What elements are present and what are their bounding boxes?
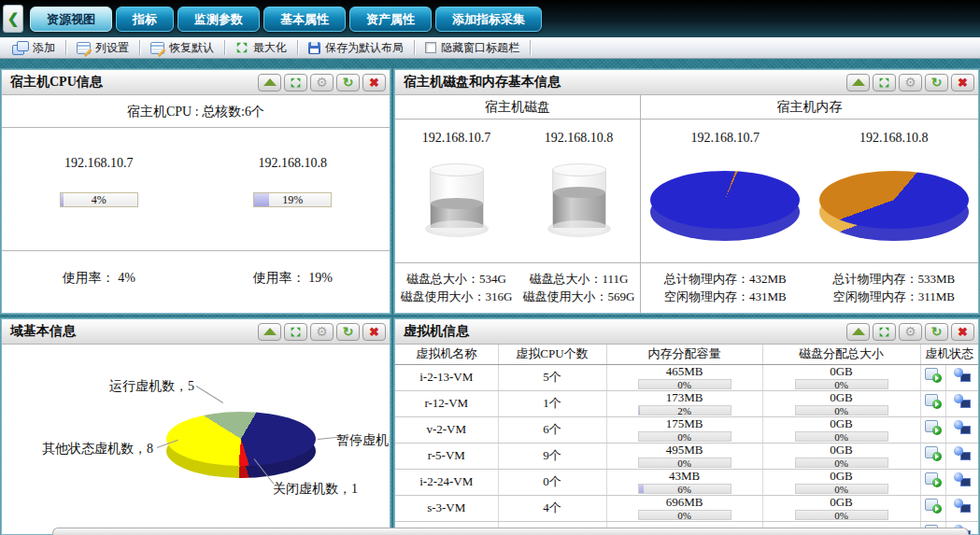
refresh-button[interactable]: ↻ bbox=[925, 323, 948, 341]
panel-title-bar: 虚拟机信息 ⚙ ↻ ✖ bbox=[395, 319, 978, 345]
restore-default-button[interactable]: 恢复默认 bbox=[142, 37, 222, 58]
vm-console-icon[interactable] bbox=[954, 472, 971, 487]
column-settings-button[interactable]: 列设置 bbox=[68, 37, 137, 58]
pie-face bbox=[650, 171, 800, 229]
refresh-button[interactable]: ↻ bbox=[336, 323, 360, 341]
vm-disk-usage-bar: 0% bbox=[795, 458, 888, 468]
bar-label: 19% bbox=[282, 193, 303, 206]
maximize-icon bbox=[290, 77, 302, 89]
toolbar-divider bbox=[139, 40, 140, 55]
close-button[interactable]: ✖ bbox=[951, 74, 974, 92]
hide-titlebar-toggle[interactable]: 隐藏窗口标题栏 bbox=[417, 37, 528, 58]
close-button[interactable]: ✖ bbox=[951, 323, 974, 341]
vm-running-status-icon[interactable] bbox=[925, 446, 942, 461]
tab-asset-props[interactable]: 资产属性 bbox=[349, 7, 432, 32]
collapse-button[interactable] bbox=[258, 74, 281, 92]
table-row[interactable]: i-2-24-VM 0个 43MB6% 0GB0% bbox=[395, 469, 978, 495]
vm-running-status-icon[interactable] bbox=[925, 420, 942, 435]
settings-button[interactable]: ⚙ bbox=[899, 323, 922, 341]
save-layout-label: 保存为默认布局 bbox=[325, 40, 404, 56]
close-icon: ✖ bbox=[958, 326, 968, 338]
vm-disk-usage-bar: 0% bbox=[795, 379, 888, 389]
disk-cylinder-gauge bbox=[425, 161, 489, 237]
vm-console-icon[interactable] bbox=[954, 420, 971, 435]
maximize-panel-button[interactable] bbox=[873, 323, 896, 341]
tab-bar: ❮ 资源视图 指标 监测参数 基本属性 资产属性 添加指标采集 bbox=[0, 0, 980, 37]
settings-button[interactable]: ⚙ bbox=[310, 74, 334, 92]
refresh-button[interactable]: ↻ bbox=[925, 74, 948, 92]
vm-console-cell bbox=[945, 416, 978, 443]
memory-free: 空闲物理内存：431MB bbox=[664, 288, 787, 305]
cylinder-top bbox=[430, 163, 484, 176]
maximize-panel-button[interactable] bbox=[284, 74, 307, 92]
add-button[interactable]: 添加 bbox=[4, 37, 64, 58]
settings-button[interactable]: ⚙ bbox=[899, 74, 922, 92]
vm-running-status-icon[interactable] bbox=[925, 368, 942, 383]
vm-name-cell: r-12-VM bbox=[395, 390, 498, 416]
table-row[interactable]: r-5-VM 9个 495MB0% 0GB0% bbox=[395, 443, 978, 469]
pie-label-running: 运行虚机数，5 bbox=[58, 378, 194, 395]
close-button[interactable]: ✖ bbox=[362, 323, 386, 341]
panel-body: 宿主机CPU : 总核数:6个 192.168.10.7 4% 192.168.… bbox=[2, 95, 390, 313]
table-row[interactable]: r-12-VM 1个 173MB2% 0GB0% bbox=[395, 390, 978, 416]
refresh-button[interactable]: ↻ bbox=[336, 74, 360, 92]
maximize-button[interactable]: 最大化 bbox=[227, 37, 295, 58]
disk-used: 磁盘使用大小：569G bbox=[523, 288, 635, 305]
vm-disk-value: 0GB bbox=[763, 391, 920, 404]
host-ip: 192.168.10.8 bbox=[259, 156, 328, 171]
tab-basic-props[interactable]: 基本属性 bbox=[263, 7, 346, 32]
maximize-panel-button[interactable] bbox=[873, 74, 896, 92]
vm-name-cell: v-2-VM bbox=[395, 416, 498, 443]
vm-name-cell: i-2-13-VM bbox=[395, 364, 498, 390]
vm-name-cell: i-2-24-VM bbox=[395, 469, 498, 495]
back-button[interactable]: ❮ bbox=[3, 5, 23, 33]
cpu-total-cores: 宿主机CPU : 总核数:6个 bbox=[2, 95, 390, 128]
close-button[interactable]: ✖ bbox=[362, 74, 386, 92]
tab-metrics[interactable]: 指标 bbox=[116, 7, 174, 32]
column-header-memory: 内存分配容量 bbox=[606, 345, 762, 364]
panel-title: 域基本信息 bbox=[10, 323, 76, 340]
usage-caption: 使用率： bbox=[253, 271, 305, 285]
table-header-row: 虚拟机名称 虚拟CPU个数 内存分配容量 磁盘分配总大小 虚机状态 bbox=[395, 345, 978, 364]
tab-resource-view[interactable]: 资源视图 bbox=[30, 7, 112, 32]
maximize-label: 最大化 bbox=[253, 40, 287, 56]
column-header-disk: 磁盘分配总大小 bbox=[762, 345, 920, 364]
save-layout-button[interactable]: 保存为默认布局 bbox=[300, 37, 412, 58]
vm-running-status-icon[interactable] bbox=[925, 499, 942, 514]
vm-running-status-icon[interactable] bbox=[925, 472, 942, 487]
table-row[interactable]: v-2-VM 6个 175MB0% 0GB0% bbox=[395, 416, 978, 443]
bar-label: 0% bbox=[677, 379, 691, 390]
collapse-button[interactable] bbox=[846, 323, 870, 341]
add-label: 添加 bbox=[33, 40, 55, 56]
panel-title-bar: 宿主机CPU信息 ⚙ ↻ ✖ bbox=[2, 70, 390, 95]
tab-add-metric-collect[interactable]: 添加指标采集 bbox=[435, 7, 542, 32]
cpu-usage-bar: 19% bbox=[253, 192, 332, 207]
vm-console-icon[interactable] bbox=[954, 499, 971, 514]
bar-fill bbox=[639, 406, 641, 415]
cylinder-top bbox=[552, 163, 606, 176]
vm-running-status-icon[interactable] bbox=[925, 394, 942, 409]
vm-disk-usage-bar: 0% bbox=[795, 510, 888, 520]
bar-label: 0% bbox=[834, 510, 848, 521]
disk-cylinder-gauge bbox=[547, 161, 611, 237]
vm-console-icon[interactable] bbox=[954, 446, 971, 461]
collapse-button[interactable] bbox=[846, 74, 870, 92]
vm-console-icon[interactable] bbox=[954, 394, 971, 409]
vm-disk-value: 0GB bbox=[763, 417, 920, 430]
column-header-name: 虚拟机名称 bbox=[395, 345, 498, 364]
maximize-icon bbox=[878, 326, 890, 338]
bottom-overlay-strip[interactable] bbox=[52, 528, 969, 535]
vm-cpu-cell: 6个 bbox=[498, 416, 606, 443]
maximize-panel-button[interactable] bbox=[284, 323, 307, 341]
table-row[interactable]: i-2-13-VM 5个 465MB0% 0GB0% bbox=[395, 364, 978, 390]
hide-titlebar-checkbox[interactable] bbox=[425, 42, 436, 53]
table-row[interactable]: s-3-VM 4个 696MB0% 0GB0% bbox=[395, 495, 978, 521]
memory-stat-column: 总计物理内存：533MB 空闲物理内存：311MB bbox=[810, 270, 979, 313]
tab-monitor-params[interactable]: 监测参数 bbox=[178, 7, 260, 32]
vm-console-icon[interactable] bbox=[954, 368, 971, 383]
pie-label-other: 其他状态虚机数，8 bbox=[37, 441, 153, 458]
memory-stats: 总计物理内存：432MB 空闲物理内存：431MB 总计物理内存：533MB 空… bbox=[641, 262, 978, 313]
cpu-host-column: 192.168.10.8 19% bbox=[196, 128, 391, 250]
settings-button[interactable]: ⚙ bbox=[310, 323, 334, 341]
collapse-button[interactable] bbox=[258, 323, 281, 341]
